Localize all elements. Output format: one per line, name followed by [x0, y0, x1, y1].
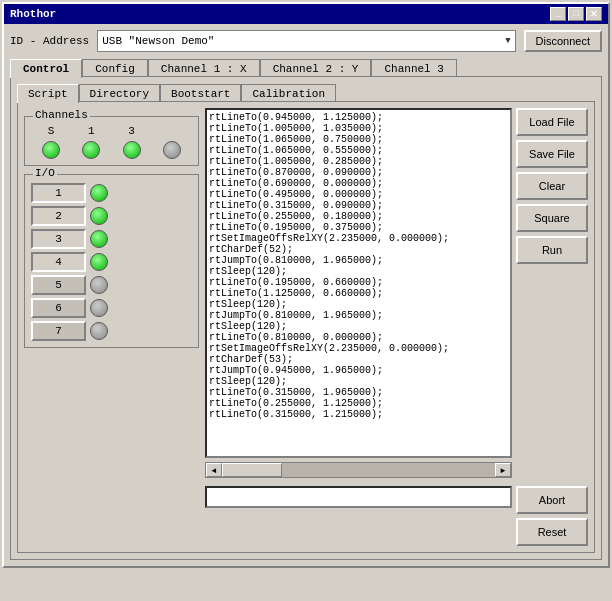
io-groupbox: I/O 1 2	[24, 174, 199, 348]
channel-1-label: 1	[88, 125, 95, 137]
io-led-3	[90, 230, 108, 248]
script-textarea[interactable]	[205, 108, 512, 458]
square-button[interactable]: Square	[516, 204, 588, 232]
io-row-1: 1	[31, 183, 192, 203]
save-file-button[interactable]: Save File	[516, 140, 588, 168]
outer-tab-row: Control Config Channel 1 : X Channel 2 :…	[10, 58, 602, 77]
io-rows: 1 2 3	[31, 183, 192, 341]
bottom-input[interactable]	[205, 486, 512, 508]
io-row-6: 6	[31, 298, 192, 318]
io-row-7: 7	[31, 321, 192, 341]
title-bar-buttons: _ □ ✕	[550, 7, 602, 21]
main-area: Channels S 1	[24, 108, 588, 546]
horizontal-scrollbar[interactable]: ◄ ►	[205, 462, 512, 478]
id-address-label: ID - Address	[10, 35, 89, 47]
tab-script[interactable]: Script	[17, 84, 79, 103]
close-button[interactable]: ✕	[586, 7, 602, 21]
id-address-select[interactable]: USB "Newson Demo" ▼	[97, 30, 515, 52]
abort-button[interactable]: Abort	[516, 486, 588, 514]
io-row-3: 3	[31, 229, 192, 249]
channel-3-led	[123, 141, 141, 159]
channel-extra-label	[169, 125, 176, 137]
window-title: Rhothor	[10, 8, 56, 20]
channel-3-label: 3	[128, 125, 135, 137]
channel-extra	[163, 125, 181, 159]
minimize-button[interactable]: _	[550, 7, 566, 21]
channel-extra-led	[163, 141, 181, 159]
io-button-1[interactable]: 1	[31, 183, 86, 203]
io-led-6	[90, 299, 108, 317]
bottom-area: Abort Reset	[205, 482, 588, 546]
io-led-4	[90, 253, 108, 271]
id-address-value: USB "Newson Demo"	[102, 35, 214, 47]
left-panel: Channels S 1	[24, 108, 199, 546]
inner-tab-content: Channels S 1	[17, 101, 595, 553]
io-button-3[interactable]: 3	[31, 229, 86, 249]
load-file-button[interactable]: Load File	[516, 108, 588, 136]
reset-button[interactable]: Reset	[516, 518, 588, 546]
channel-s-label: S	[48, 125, 55, 137]
channels-row: S 1 3	[31, 125, 192, 159]
disconnect-button[interactable]: Disconnect	[524, 30, 602, 52]
title-bar: Rhothor _ □ ✕	[4, 4, 608, 24]
main-window: Rhothor _ □ ✕ ID - Address USB "Newson D…	[2, 2, 610, 568]
io-button-5[interactable]: 5	[31, 275, 86, 295]
script-area-container: ◄ ►	[205, 108, 512, 478]
channel-3: 3	[123, 125, 141, 159]
channel-1: 1	[82, 125, 100, 159]
id-address-row: ID - Address USB "Newson Demo" ▼ Disconn…	[10, 30, 602, 52]
scroll-right-arrow[interactable]: ►	[495, 463, 511, 477]
window-content: ID - Address USB "Newson Demo" ▼ Disconn…	[4, 24, 608, 566]
channels-groupbox: Channels S 1	[24, 116, 199, 166]
script-section: ◄ ► Load File Save File	[205, 108, 588, 478]
channels-title: Channels	[33, 109, 90, 121]
right-panel: ◄ ► Load File Save File	[205, 108, 588, 546]
run-button[interactable]: Run	[516, 236, 588, 264]
io-title: I/O	[33, 167, 57, 179]
tab-control[interactable]: Control	[10, 59, 82, 78]
inner-tab-row: Script Directory Bootstart Calibration	[17, 83, 595, 102]
io-row-2: 2	[31, 206, 192, 226]
clear-button[interactable]: Clear	[516, 172, 588, 200]
reset-row: Reset	[205, 518, 588, 546]
io-button-7[interactable]: 7	[31, 321, 86, 341]
scroll-thumb[interactable]	[222, 463, 282, 477]
io-led-5	[90, 276, 108, 294]
io-led-2	[90, 207, 108, 225]
channel-1-led	[82, 141, 100, 159]
io-button-2[interactable]: 2	[31, 206, 86, 226]
io-led-1	[90, 184, 108, 202]
io-led-7	[90, 322, 108, 340]
outer-tab-content: Script Directory Bootstart Calibration C…	[10, 76, 602, 560]
dropdown-arrow-icon: ▼	[505, 36, 510, 46]
io-button-6[interactable]: 6	[31, 298, 86, 318]
channel-s: S	[42, 125, 60, 159]
io-row-5: 5	[31, 275, 192, 295]
maximize-button[interactable]: □	[568, 7, 584, 21]
channel-s-led	[42, 141, 60, 159]
io-button-4[interactable]: 4	[31, 252, 86, 272]
abort-reset-row: Abort	[205, 486, 588, 514]
scroll-track	[222, 463, 495, 477]
side-buttons: Load File Save File Clear Square Run	[516, 108, 588, 478]
scroll-left-arrow[interactable]: ◄	[206, 463, 222, 477]
io-row-4: 4	[31, 252, 192, 272]
